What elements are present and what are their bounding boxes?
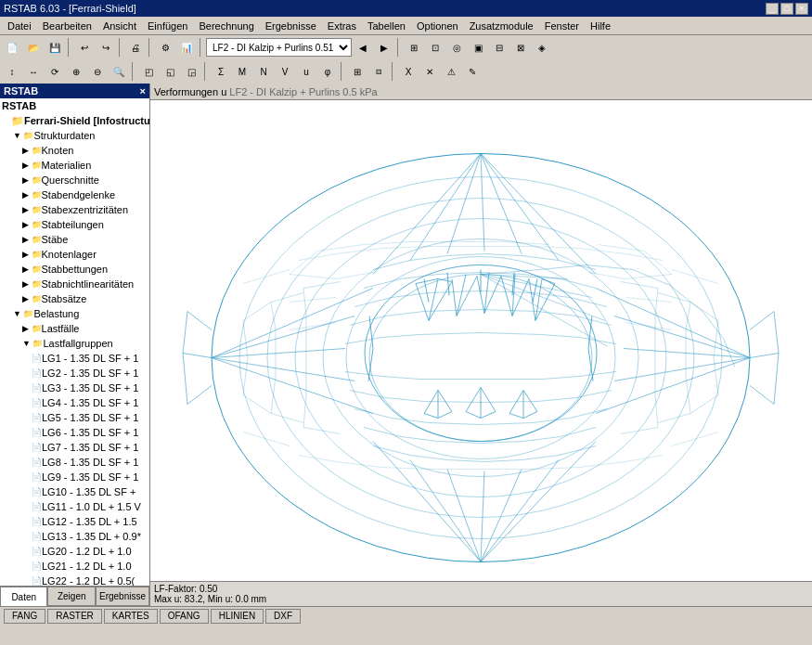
window-controls[interactable]: _ □ × <box>766 3 808 15</box>
tree-item[interactable]: 📄 LG20 - 1.2 DL + 1.0 <box>0 544 149 559</box>
tree-item[interactable]: ▶ 📁 Stabnichtlinearitäten <box>0 277 149 291</box>
tb2-btn-5[interactable]: ⊖ <box>87 61 108 82</box>
view-btn-1[interactable]: ⊞ <box>404 37 424 58</box>
tree-item[interactable]: ▶ 📁 Stabsätze <box>0 291 149 306</box>
view-btn-5[interactable]: ⊟ <box>489 37 509 58</box>
tree-item[interactable]: 📄 LG10 - 1.35 DL SF + <box>0 484 149 499</box>
lf-combo[interactable]: LF2 - DI Kalzip + Purlins 0.51 <box>206 38 352 57</box>
restore-button[interactable]: □ <box>780 3 793 15</box>
menu-item-einfügen[interactable]: Einfügen <box>142 19 193 33</box>
viewport-canvas[interactable]: LF-Faktor: 0.50 Max u: 83.2, Min u: 0.0 … <box>150 100 812 606</box>
tree-area[interactable]: RSTAB📁 Ferrari-Shield [Infostructure▼ 📁 … <box>0 98 149 586</box>
tb2-btn-1[interactable]: ↕ <box>2 61 22 82</box>
tree-item[interactable]: 📄 LG3 - 1.35 DL SF + 1 <box>0 381 149 395</box>
calc-button[interactable]: ⚙ <box>155 37 175 58</box>
tree-item[interactable]: 📄 LG22 - 1.2 DL + 0.5( <box>0 574 149 586</box>
tb2-btn-8[interactable]: ◱ <box>160 61 180 82</box>
status-btn-raster[interactable]: RASTER <box>47 609 102 624</box>
menu-item-tabellen[interactable]: Tabellen <box>362 19 411 33</box>
tb2-btn-20[interactable]: ⚠ <box>441 61 461 82</box>
status-btn-kartes[interactable]: KARTES <box>104 609 158 624</box>
menu-item-bearbeiten[interactable]: Bearbeiten <box>37 19 97 33</box>
open-button[interactable]: 📂 <box>23 37 44 58</box>
tb2-btn-14[interactable]: u <box>296 61 316 82</box>
tree-item[interactable]: ▶ 📁 Lastfälle <box>0 321 149 336</box>
tree-item[interactable]: 📄 LG11 - 1.0 DL + 1.5 V <box>0 499 149 514</box>
tree-item[interactable]: 📄 LG9 - 1.35 DL SF + 1 <box>0 470 149 484</box>
tree-item[interactable]: ▶ 📁 Knotenlager <box>0 247 149 262</box>
menu-item-extras[interactable]: Extras <box>322 19 362 33</box>
results-button[interactable]: 📊 <box>176 37 197 58</box>
menu-item-ergebnisse[interactable]: Ergebnisse <box>260 19 322 33</box>
tb2-btn-13[interactable]: V <box>275 61 295 82</box>
tb2-btn-18[interactable]: X <box>398 61 419 82</box>
tree-project[interactable]: 📁 Ferrari-Shield [Infostructure <box>0 113 149 128</box>
status-btn-fang[interactable]: FANG <box>4 609 45 624</box>
tb2-btn-2[interactable]: ↔ <box>23 61 44 82</box>
tree-item[interactable]: 📄 LG5 - 1.35 DL SF + 1 <box>0 410 149 425</box>
print-button[interactable]: 🖨 <box>125 37 146 58</box>
status-btn-ofang[interactable]: OFANG <box>160 609 209 624</box>
tb2-btn-4[interactable]: ⊕ <box>66 61 86 82</box>
menu-item-zusatzmodule[interactable]: Zusatzmodule <box>464 19 539 33</box>
sidebar-tab-daten[interactable]: Daten <box>0 587 47 606</box>
menu-item-datei[interactable]: Datei <box>2 19 37 33</box>
tree-item[interactable]: ▶ 📁 Stabexzentrizitäten <box>0 202 149 217</box>
new-button[interactable]: 📄 <box>2 37 22 58</box>
view-btn-4[interactable]: ▣ <box>468 37 488 58</box>
tree-item[interactable]: ▼ 📁 Belastung <box>0 306 149 321</box>
tree-root[interactable]: RSTAB <box>0 98 149 113</box>
tree-item[interactable]: 📄 LG4 - 1.35 DL SF + 1 <box>0 395 149 410</box>
menu-item-fenster[interactable]: Fenster <box>539 19 585 33</box>
redo-button[interactable]: ↪ <box>96 37 116 58</box>
tree-item[interactable]: ▶ 📁 Materialien <box>0 158 149 173</box>
tree-item[interactable]: 📄 LG2 - 1.35 DL SF + 1 <box>0 366 149 381</box>
tb2-btn-10[interactable]: Σ <box>211 61 231 82</box>
tree-item[interactable]: ▶ 📁 Stabbettungen <box>0 262 149 277</box>
tree-item[interactable]: ▶ 📁 Knoten <box>0 143 149 158</box>
tree-item[interactable]: ▶ 📁 Stäbe <box>0 232 149 247</box>
save-button[interactable]: 💾 <box>45 37 65 58</box>
tree-item[interactable]: ▶ 📁 Stabteilungen <box>0 217 149 232</box>
status-btn-dxf[interactable]: DXF <box>265 609 301 624</box>
tb2-btn-7[interactable]: ◰ <box>138 61 159 82</box>
tree-item[interactable]: 📄 LG13 - 1.35 DL + 0.9* <box>0 529 149 544</box>
tree-item[interactable]: 📄 LG12 - 1.35 DL + 1.5 <box>0 514 149 529</box>
tb2-btn-12[interactable]: N <box>253 61 274 82</box>
menu-item-optionen[interactable]: Optionen <box>411 19 464 33</box>
sidebar-close[interactable]: × <box>140 85 146 97</box>
next-lf-button[interactable]: ▶ <box>374 37 394 58</box>
view-btn-7[interactable]: ◈ <box>532 37 552 58</box>
view-btn-2[interactable]: ⊡ <box>425 37 445 58</box>
tb2-btn-15[interactable]: φ <box>317 61 338 82</box>
tree-item[interactable]: 📄 LG8 - 1.35 DL SF + 1 <box>0 455 149 470</box>
menu-item-ansicht[interactable]: Ansicht <box>97 19 142 33</box>
tb2-btn-6[interactable]: 🔍 <box>109 61 129 82</box>
tree-item[interactable]: 📄 LG6 - 1.35 DL SF + 1 <box>0 425 149 440</box>
tb2-btn-11[interactable]: M <box>232 61 252 82</box>
tree-item[interactable]: ▼ 📁 Strukturdaten <box>0 128 149 143</box>
undo-button[interactable]: ↩ <box>74 37 95 58</box>
tree-item[interactable]: 📄 LG7 - 1.35 DL SF + 1 <box>0 440 149 455</box>
close-button[interactable]: × <box>795 3 808 15</box>
prev-lf-button[interactable]: ◀ <box>353 37 373 58</box>
sidebar-tab-zeigen[interactable]: Zeigen <box>47 587 95 606</box>
tb2-btn-16[interactable]: ⊞ <box>347 61 367 82</box>
sidebar-tab-ergebnisse[interactable]: Ergebnisse <box>96 587 149 606</box>
tree-item[interactable]: 📄 LG1 - 1.35 DL SF + 1 <box>0 351 149 366</box>
minimize-button[interactable]: _ <box>766 3 779 15</box>
tree-item[interactable]: ▶ 📁 Querschnitte <box>0 173 149 187</box>
tb2-btn-19[interactable]: ✕ <box>419 61 440 82</box>
tb2-btn-3[interactable]: ⟳ <box>45 61 65 82</box>
tb2-btn-21[interactable]: ✎ <box>462 61 483 82</box>
view-btn-6[interactable]: ⊠ <box>510 37 531 58</box>
tree-item[interactable]: ▶ 📁 Stabendgelenke <box>0 187 149 202</box>
tree-item[interactable]: ▼ 📁 Lastfallgruppen <box>0 336 149 351</box>
tb2-btn-17[interactable]: ⧈ <box>368 61 389 82</box>
tb2-btn-9[interactable]: ◲ <box>181 61 201 82</box>
tree-item[interactable]: 📄 LG21 - 1.2 DL + 1.0 <box>0 559 149 574</box>
menu-item-hilfe[interactable]: Hilfe <box>585 19 616 33</box>
status-btn-hlinien[interactable]: HLINIEN <box>211 609 264 624</box>
menu-item-berechnung[interactable]: Berechnung <box>193 19 259 33</box>
view-btn-3[interactable]: ◎ <box>446 37 467 58</box>
